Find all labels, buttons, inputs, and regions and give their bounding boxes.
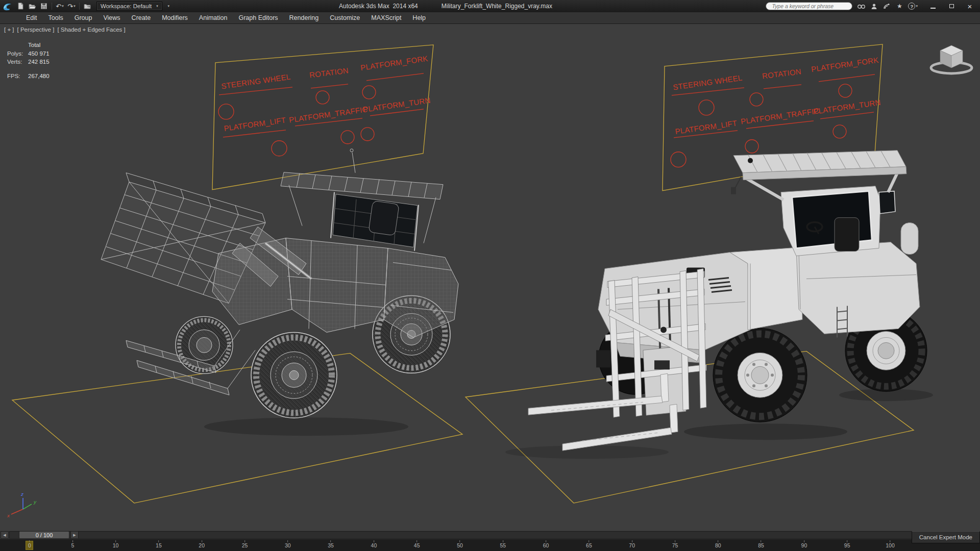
user-icon <box>871 3 877 10</box>
project-folder-icon <box>83 2 91 10</box>
viewport-statistics: Total Polys:450 971 Verts:242 815 FPS:26… <box>7 41 50 80</box>
timeline-ruler[interactable]: 0510152025303540455055606570758085909510… <box>0 540 980 551</box>
viewport-menu-shading[interactable]: [ Shaded + Edged Faces ] <box>57 27 125 33</box>
stats-total-header: Total <box>28 42 40 48</box>
previous-frame-button[interactable]: ◀ <box>1 531 9 539</box>
open-file-button[interactable] <box>27 1 38 11</box>
menu-group[interactable]: Group <box>69 12 98 23</box>
sign-in-button[interactable] <box>870 1 878 11</box>
wireframe-wheel[interactable] <box>251 332 337 418</box>
save-floppy-icon <box>40 2 48 10</box>
shaded-cab[interactable] <box>781 186 895 256</box>
3dsmax-window: ↶ ▾ ↷ ▾ Workspace: Default ▾ ▾ <box>0 0 980 551</box>
app-title: Autodesk 3ds Max 2014 x64 <box>339 3 418 10</box>
world-axis-gizmo: x y z <box>7 491 37 518</box>
app-menu-button[interactable] <box>1 1 14 12</box>
next-frame-button[interactable]: ▶ <box>70 531 79 539</box>
menu-rendering[interactable]: Rendering <box>284 12 325 23</box>
help-button[interactable]: ? ▾ <box>908 1 918 11</box>
viewcube[interactable] <box>931 45 972 73</box>
menu-views[interactable]: Views <box>97 12 126 23</box>
axis-x-label: x <box>7 513 10 518</box>
help-dropdown-arrow[interactable]: ▾ <box>916 4 918 8</box>
menu-create[interactable]: Create <box>126 12 157 23</box>
ruler-tick: 10 <box>113 540 119 549</box>
infocenter-search[interactable] <box>766 2 852 10</box>
redo-dropdown-arrow[interactable]: ▾ <box>74 4 76 8</box>
document-title: Military_Forklift_White_Rigged_vray.max <box>442 3 552 10</box>
project-folder-button[interactable] <box>82 1 93 11</box>
redo-button[interactable]: ↷ ▾ <box>66 1 77 11</box>
viewport-canvas[interactable]: STEERING WHEEL ROTATION PLATFORM_FORK PL… <box>0 24 980 531</box>
window-title: Autodesk 3ds Max 2014 x64 Military_Forkl… <box>339 0 552 12</box>
close-icon: × <box>968 3 972 10</box>
ruler-tick: 80 <box>715 540 721 549</box>
new-scene-icon <box>16 2 24 10</box>
ruler-tick: 15 <box>156 540 162 549</box>
communication-center-button[interactable] <box>883 1 891 11</box>
menu-modifiers[interactable]: Modifiers <box>156 12 193 23</box>
current-frame-marker[interactable] <box>26 541 33 550</box>
workspace-label: Workspace: Default <box>101 3 152 9</box>
control-panel-left[interactable]: STEERING WHEEL ROTATION PLATFORM_FORK PL… <box>212 45 433 190</box>
ground-plane-right[interactable] <box>465 351 914 503</box>
undo-icon: ↶ <box>56 3 61 10</box>
workspace-dropdown-arrow: ▾ <box>156 4 158 8</box>
undo-dropdown-arrow[interactable]: ▾ <box>62 4 64 8</box>
viewport-menu-pov[interactable]: [ Perspective ] <box>17 27 55 33</box>
undo-button[interactable]: ↶ ▾ <box>54 1 65 11</box>
favorites-star-icon: ★ <box>897 3 902 10</box>
stats-fps-value: 267,480 <box>28 73 50 79</box>
stats-verts-label: Verts: <box>7 58 28 66</box>
close-button[interactable]: × <box>961 1 979 11</box>
stats-polys-value: 450 971 <box>28 51 50 57</box>
seat <box>369 201 399 236</box>
wireframe-cab[interactable] <box>331 192 419 251</box>
perspective-viewport[interactable]: [ + ] [ Perspective ] [ Shaded + Edged F… <box>0 24 980 531</box>
menu-tools[interactable]: Tools <box>43 12 69 23</box>
ruler-tick: 75 <box>672 540 678 549</box>
side-tank <box>901 223 918 255</box>
maximize-button[interactable] <box>942 1 961 11</box>
time-slider-handle[interactable]: 0 / 100 <box>19 531 69 539</box>
stats-verts-value: 242 815 <box>28 59 50 65</box>
ruler-tick: 20 <box>199 540 205 549</box>
workspace-options-button[interactable]: ▾ <box>163 1 174 11</box>
favorites-button[interactable]: ★ <box>895 1 903 11</box>
workspace-dropdown[interactable]: Workspace: Default ▾ <box>96 2 162 11</box>
help-icon: ? <box>908 3 915 10</box>
menu-maxscript[interactable]: MAXScript <box>365 12 407 23</box>
maximize-icon <box>949 4 954 8</box>
menu-edit[interactable]: Edit <box>20 12 43 23</box>
save-file-button[interactable] <box>38 1 50 11</box>
ruler-tick: 25 <box>242 540 248 549</box>
ruler-tick: 55 <box>500 540 506 549</box>
menu-animation[interactable]: Animation <box>193 12 233 23</box>
ruler-tick: 30 <box>285 540 291 549</box>
minimize-button[interactable] <box>924 1 942 11</box>
seat <box>835 218 859 252</box>
time-slider-row: ◀ 0 / 100 ▶ <box>0 531 980 540</box>
cancel-expert-mode-button[interactable]: Cancel Expert Mode <box>912 531 980 543</box>
binoculars-icon <box>857 3 865 9</box>
ruler-tick: 95 <box>844 540 850 549</box>
ruler-tick: 40 <box>371 540 377 549</box>
viewport-label: [ + ] [ Perspective ] [ Shaded + Edged F… <box>4 27 126 33</box>
toolbar-separator <box>79 3 80 10</box>
stats-fps-label: FPS: <box>7 72 28 81</box>
new-scene-button[interactable] <box>15 1 26 11</box>
forklift-shaded-model[interactable] <box>505 151 933 459</box>
search-go-button[interactable] <box>857 1 865 11</box>
axis-y-label: y <box>33 499 37 505</box>
time-slider-track[interactable] <box>9 531 979 539</box>
3dsmax-logo-icon <box>2 1 13 11</box>
menu-graph-editors[interactable]: Graph Editors <box>233 12 283 23</box>
stats-polys-label: Polys: <box>7 49 28 58</box>
menu-customize[interactable]: Customize <box>324 12 365 23</box>
window-controls: × <box>924 0 979 12</box>
ruler-tick: 100 <box>886 540 895 549</box>
menu-help[interactable]: Help <box>407 12 431 23</box>
shaded-wheel-front[interactable] <box>713 328 807 422</box>
viewport-menu-general[interactable]: [ + ] <box>4 27 14 33</box>
search-input[interactable] <box>771 3 847 10</box>
